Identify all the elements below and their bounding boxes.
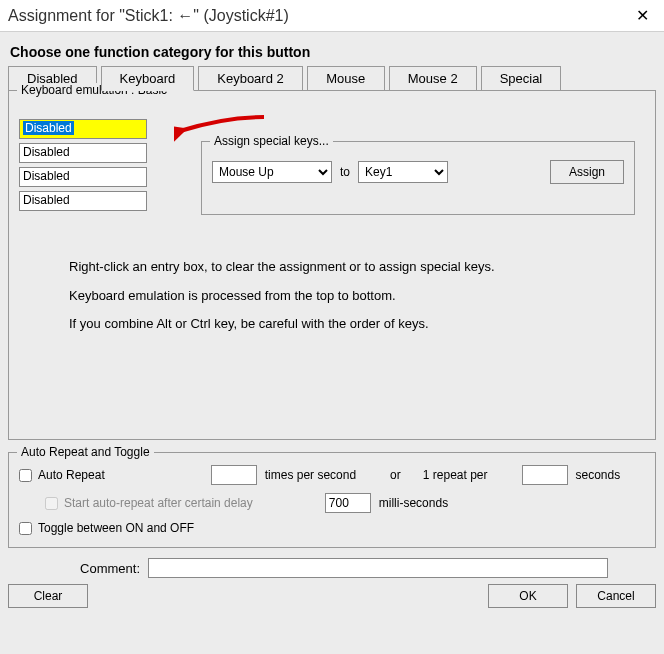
auto-repeat-group-label: Auto Repeat and Toggle [17, 445, 154, 459]
dialog-window: Assignment for "Stick1: ←" (Joystick#1) … [0, 0, 664, 654]
special-left-combo[interactable]: Mouse Up [212, 161, 332, 183]
delay-input[interactable] [325, 493, 371, 513]
tab-keyboard[interactable]: Keyboard [101, 66, 195, 91]
clear-button[interactable]: Clear [8, 584, 88, 608]
milli-label: milli-seconds [379, 496, 448, 510]
comment-row: Comment: [8, 558, 656, 578]
help-line-2: Keyboard emulation is processed from the… [69, 282, 645, 311]
help-line-3: If you combine Alt or Ctrl key, be caref… [69, 310, 645, 339]
one-repeat-label: 1 repeat per [423, 468, 488, 482]
entry-1[interactable]: Disabled [19, 119, 147, 139]
help-line-1: Right-click an entry box, to clear the a… [69, 253, 645, 282]
tab-strip: Disabled Keyboard Keyboard 2 Mouse Mouse… [8, 66, 656, 91]
to-label: to [340, 165, 350, 179]
seconds-input[interactable] [522, 465, 568, 485]
tab-special[interactable]: Special [481, 66, 562, 90]
times-input[interactable] [211, 465, 257, 485]
tab-mouse[interactable]: Mouse [307, 66, 385, 90]
times-label: times per second [265, 468, 356, 482]
button-row: Clear OK Cancel [0, 584, 664, 616]
auto-repeat-checkbox[interactable]: Auto Repeat [19, 468, 105, 482]
toggle-checkbox[interactable]: Toggle between ON and OFF [19, 521, 194, 535]
window-title: Assignment for "Stick1: ←" (Joystick#1) [8, 7, 628, 25]
auto-repeat-label: Auto Repeat [38, 468, 105, 482]
cancel-button[interactable]: Cancel [576, 584, 656, 608]
toggle-label: Toggle between ON and OFF [38, 521, 194, 535]
entry-4[interactable]: Disabled [19, 191, 147, 211]
special-right-combo[interactable]: Key1 [358, 161, 448, 183]
seconds-label: seconds [576, 468, 621, 482]
help-text: Right-click an entry box, to clear the a… [69, 253, 645, 339]
close-icon[interactable]: ✕ [628, 6, 656, 25]
special-keys-group: Assign special keys... Mouse Up to Key1 … [201, 141, 635, 215]
special-keys-label: Assign special keys... [210, 134, 333, 148]
heading: Choose one function category for this bu… [10, 44, 656, 60]
tab-keyboard2[interactable]: Keyboard 2 [198, 66, 303, 90]
or-label: or [390, 468, 401, 482]
entry-3[interactable]: Disabled [19, 167, 147, 187]
titlebar: Assignment for "Stick1: ←" (Joystick#1) … [0, 0, 664, 32]
ok-button[interactable]: OK [488, 584, 568, 608]
auto-repeat-check-input[interactable] [19, 469, 32, 482]
assign-button[interactable]: Assign [550, 160, 624, 184]
toggle-check-input[interactable] [19, 522, 32, 535]
auto-repeat-group: Auto Repeat and Toggle Auto Repeat times… [8, 452, 656, 548]
keyboard-group: Keyboard emulation : Basic Disabled Disa… [8, 90, 656, 440]
tab-mouse2[interactable]: Mouse 2 [389, 66, 477, 90]
comment-input[interactable] [148, 558, 608, 578]
start-delay-label: Start auto-repeat after certain delay [64, 496, 253, 510]
start-delay-check-input [45, 497, 58, 510]
entry-2[interactable]: Disabled [19, 143, 147, 163]
comment-label: Comment: [8, 561, 148, 576]
start-delay-checkbox: Start auto-repeat after certain delay [45, 496, 253, 510]
